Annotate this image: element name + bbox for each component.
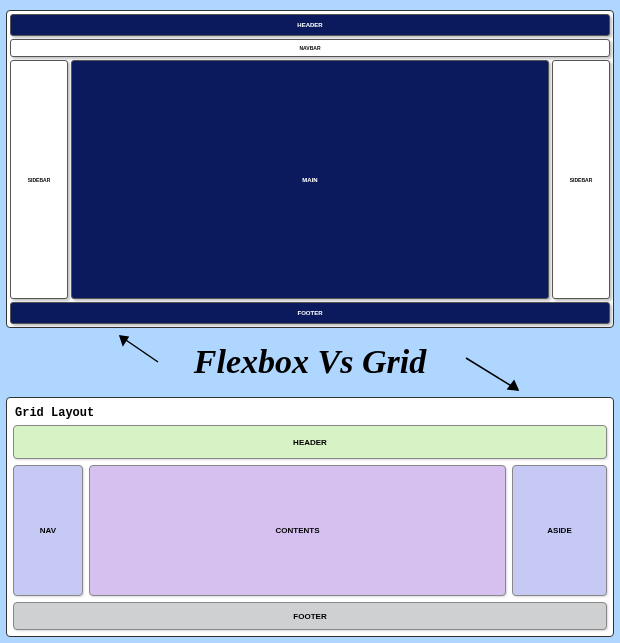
- flex-footer: FOOTER: [10, 302, 610, 324]
- flex-header-label: HEADER: [297, 22, 322, 28]
- flex-navbar: NAVBAR: [10, 39, 610, 57]
- flex-middle-row: SIDEBAR MAIN SIDEBAR: [10, 60, 610, 299]
- comparison-title: Flexbox Vs Grid: [0, 343, 620, 381]
- flex-main: MAIN: [71, 60, 549, 299]
- flex-main-label: MAIN: [302, 177, 317, 183]
- grid-footer: FOOTER: [13, 602, 607, 630]
- flexbox-diagram: HEADER NAVBAR SIDEBAR MAIN SIDEBAR FOOTE…: [6, 10, 614, 328]
- grid-body: HEADER NAV CONTENTS ASIDE FOOTER: [13, 425, 607, 630]
- grid-header-label: HEADER: [293, 438, 327, 447]
- grid-layout-title: Grid Layout: [13, 404, 607, 420]
- grid-diagram: Grid Layout HEADER NAV CONTENTS ASIDE FO…: [6, 397, 614, 637]
- grid-contents-label: CONTENTS: [276, 526, 320, 535]
- grid-aside: ASIDE: [512, 465, 607, 596]
- flex-navbar-label: NAVBAR: [299, 45, 320, 51]
- flex-sidebar-left-label: SIDEBAR: [28, 177, 51, 183]
- flex-footer-label: FOOTER: [298, 310, 323, 316]
- grid-nav: NAV: [13, 465, 83, 596]
- grid-nav-label: NAV: [40, 526, 56, 535]
- flex-sidebar-right: SIDEBAR: [552, 60, 610, 299]
- flex-sidebar-left: SIDEBAR: [10, 60, 68, 299]
- grid-footer-label: FOOTER: [293, 612, 326, 621]
- grid-aside-label: ASIDE: [547, 526, 571, 535]
- grid-header: HEADER: [13, 425, 607, 459]
- flex-header: HEADER: [10, 14, 610, 36]
- grid-contents: CONTENTS: [89, 465, 506, 596]
- flex-sidebar-right-label: SIDEBAR: [570, 177, 593, 183]
